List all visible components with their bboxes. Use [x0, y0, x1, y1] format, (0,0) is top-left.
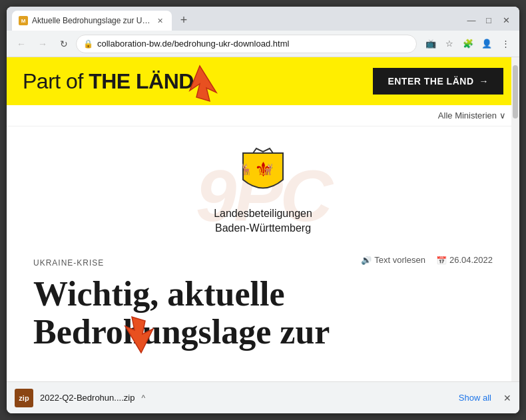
- org-name: Landesbeteiligungen Baden-Württemberg: [214, 206, 312, 236]
- arrow-svg-1: [180, 63, 220, 103]
- article-date: 26.04.2022: [449, 256, 493, 265]
- window-controls: — □ ✕: [463, 12, 514, 31]
- download-filename: 2022-Q2-Bedrohun....zip: [40, 393, 134, 403]
- cast-icon[interactable]: 📺: [422, 35, 439, 53]
- enter-button-label: ENTER THE LÄND: [388, 76, 473, 87]
- main-content: 9PC ⚜ 🦌 🦌 Landesbeteiligungen B: [7, 126, 519, 371]
- org-name-line2: Baden-Württemberg: [214, 221, 312, 236]
- bookmark-icon[interactable]: ☆: [441, 35, 458, 53]
- arrow-svg-2: [120, 314, 163, 357]
- banner-brand: THE LÄND: [89, 69, 194, 93]
- banner-prefix: Part of: [23, 69, 89, 93]
- enter-the-land-button[interactable]: ENTER THE LÄND →: [373, 68, 503, 95]
- reload-button[interactable]: ↻: [55, 35, 73, 53]
- tab-title: Aktuelle Bedrohungslage zur Ukr...: [32, 16, 150, 25]
- download-chevron-icon[interactable]: ^: [141, 393, 145, 403]
- logo-section: ⚜ 🦌 🦌 Landesbeteiligungen Baden-Württemb…: [33, 146, 493, 236]
- org-name-line1: Landesbeteiligungen: [214, 206, 312, 221]
- article-section: UKRAINE-KRISE 🔊 Text vorlesen 📅 26.04.20…: [33, 256, 493, 351]
- arrow-annotation-1: [180, 63, 220, 103]
- show-all-button[interactable]: Show all: [459, 393, 491, 403]
- profile-icon[interactable]: 👤: [478, 35, 495, 53]
- address-bar: ← → ↻ 🔒 collaboration-bw.de/bedrohung-uk…: [7, 31, 519, 57]
- audio-icon: 🔊: [361, 256, 372, 265]
- minimize-button[interactable]: —: [463, 12, 479, 28]
- article-meta: 🔊 Text vorlesen 📅 26.04.2022: [361, 256, 493, 265]
- banner-logo: Part of THE LÄND: [23, 69, 194, 94]
- article-title: Wichtig, aktuelle Bedrohungslage zur: [33, 275, 493, 351]
- browser-window: M Aktuelle Bedrohungslage zur Ukr... ✕ +…: [7, 7, 519, 413]
- extensions-icon[interactable]: 🧩: [459, 35, 477, 53]
- new-tab-button[interactable]: +: [174, 11, 193, 29]
- svg-marker-0: [190, 66, 216, 101]
- date-meta: 📅 26.04.2022: [436, 256, 493, 265]
- tab-close-button[interactable]: ✕: [154, 15, 165, 26]
- site-banner: Part of THE LÄND ENTER THE LÄND →: [7, 57, 519, 105]
- article-title-line2: Bedrohungslage zur: [33, 313, 330, 351]
- coat-of-arms-icon: ⚜ 🦌 🦌: [236, 146, 290, 200]
- article-category: UKRAINE-KRISE: [33, 258, 104, 268]
- download-bar: zip 2022-Q2-Bedrohun....zip ^ Show all ✕: [7, 381, 519, 413]
- scrollbar-thumb[interactable]: [513, 65, 518, 118]
- download-file-icon: zip: [15, 389, 33, 407]
- browser-tab-active[interactable]: M Aktuelle Bedrohungslage zur Ukr... ✕: [12, 11, 172, 31]
- all-ministries-item[interactable]: Alle Ministerien ∨: [438, 110, 506, 120]
- date-icon: 📅: [436, 256, 447, 265]
- toolbar-actions: 📺 ☆ 🧩 👤 ⋮: [422, 35, 514, 53]
- svg-marker-4: [125, 317, 153, 353]
- url-text: collaboration-bw.de/bedrohung-ukr-downlo…: [97, 39, 409, 49]
- svg-text:🦌: 🦌: [262, 163, 275, 176]
- forward-button[interactable]: →: [33, 35, 52, 53]
- article-title-line1: Wichtig, aktuelle: [33, 275, 284, 313]
- lock-icon: 🔒: [83, 39, 93, 49]
- tab-bar: M Aktuelle Bedrohungslage zur Ukr... ✕ +…: [7, 7, 519, 31]
- all-ministries-label: Alle Ministerien: [438, 110, 497, 120]
- chevron-down-icon: ∨: [499, 110, 506, 120]
- scrollbar[interactable]: [511, 57, 519, 381]
- enter-arrow-icon: →: [479, 76, 489, 87]
- audio-label: Text vorlesen: [374, 256, 425, 265]
- page-content: Part of THE LÄND ENTER THE LÄND → Alle M…: [7, 57, 519, 381]
- svg-text:🦌: 🦌: [240, 163, 253, 176]
- url-bar[interactable]: 🔒 collaboration-bw.de/bedrohung-ukr-down…: [76, 35, 417, 53]
- tab-favicon: M: [19, 16, 28, 25]
- audio-meta[interactable]: 🔊 Text vorlesen: [361, 256, 425, 265]
- menu-icon[interactable]: ⋮: [497, 35, 514, 53]
- back-button[interactable]: ←: [12, 35, 31, 53]
- maximize-button[interactable]: □: [481, 12, 497, 28]
- download-close-button[interactable]: ✕: [503, 393, 511, 403]
- close-button[interactable]: ✕: [498, 12, 514, 28]
- arrow-annotation-2: [120, 314, 163, 357]
- nav-strip: Alle Ministerien ∨: [7, 105, 519, 126]
